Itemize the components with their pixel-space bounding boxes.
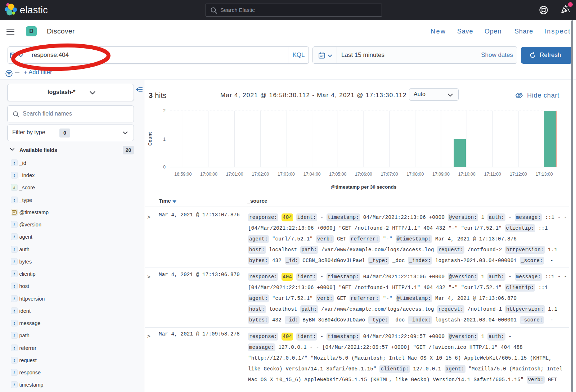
svg-text:17:10:00: 17:10:00 xyxy=(458,172,476,177)
svg-text:17:13:00: 17:13:00 xyxy=(536,172,553,177)
svg-text:16:59:00: 16:59:00 xyxy=(174,172,192,177)
svg-text:1: 1 xyxy=(163,137,166,142)
svg-text:17:09:00: 17:09:00 xyxy=(432,172,450,177)
svg-text:17:08:00: 17:08:00 xyxy=(406,172,424,177)
svg-text:0: 0 xyxy=(163,165,166,170)
svg-text:17:07:00: 17:07:00 xyxy=(381,172,398,177)
svg-text:17:04:00: 17:04:00 xyxy=(303,172,321,177)
svg-text:17:05:00: 17:05:00 xyxy=(329,172,346,177)
svg-text:Count: Count xyxy=(147,132,153,146)
svg-text:17:01:00: 17:01:00 xyxy=(226,172,243,177)
svg-text:17:12:00: 17:12:00 xyxy=(510,172,527,177)
svg-text:17:03:00: 17:03:00 xyxy=(278,172,295,177)
svg-text:17:06:00: 17:06:00 xyxy=(355,172,372,177)
svg-text:17:02:00: 17:02:00 xyxy=(252,172,269,177)
svg-text:17:00:00: 17:00:00 xyxy=(200,172,217,177)
svg-text:2: 2 xyxy=(163,108,166,113)
svg-text:17:11:00: 17:11:00 xyxy=(484,172,501,177)
